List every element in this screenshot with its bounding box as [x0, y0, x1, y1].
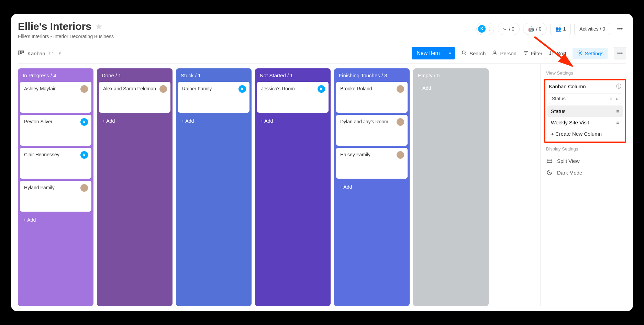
- avatar[interactable]: [397, 85, 404, 93]
- avatar[interactable]: K: [318, 85, 325, 93]
- card-title: Rainer Family: [182, 86, 245, 91]
- avatar[interactable]: [159, 85, 167, 93]
- user-badge: K: [478, 25, 486, 33]
- column-header: Stuck / 1: [177, 70, 250, 82]
- kanban-card[interactable]: Clair HennesseyK: [20, 148, 91, 179]
- search-icon: [461, 50, 467, 57]
- kanban-column: Stuck / 1Rainer FamilyK+ Add: [176, 68, 252, 306]
- option-weekly-site-visit[interactable]: Weekly Site Visit ≡: [547, 117, 623, 128]
- new-item-button[interactable]: New Item ▼: [412, 47, 455, 59]
- filter-button[interactable]: Filter: [523, 50, 542, 57]
- kanban-column-section: Kanban Column ⓘ Status × ▲ Status ≡ Week…: [544, 79, 626, 143]
- card-title: Ashley Mayfair: [24, 86, 87, 91]
- kanban-card[interactable]: Peyton SilverK: [20, 115, 91, 146]
- chevron-up-icon[interactable]: ▲: [615, 97, 618, 100]
- search-button[interactable]: Search: [461, 50, 486, 57]
- avatar[interactable]: [397, 151, 404, 159]
- counter-1: / 0: [509, 26, 514, 32]
- kanban-card[interactable]: Brooke Roland: [336, 82, 408, 113]
- share-icon: ⇪: [488, 26, 492, 32]
- svg-line-4: [465, 54, 466, 55]
- members-button[interactable]: 👥 1: [550, 23, 571, 35]
- kanban-column-label: Kanban Column: [549, 83, 586, 89]
- kanban-card[interactable]: Halsey Family: [336, 148, 408, 179]
- kanban-card[interactable]: Alex and Sarah Feldman: [99, 82, 170, 113]
- members-icon: 👥: [555, 26, 561, 32]
- dark-mode-toggle[interactable]: Dark Mode: [544, 167, 626, 178]
- user-avatar-pill[interactable]: K ⇪: [476, 23, 494, 35]
- settings-label: Settings: [585, 51, 603, 56]
- svg-rect-1: [21, 51, 22, 54]
- dots-icon: •••: [617, 26, 623, 32]
- drag-icon: ≡: [616, 120, 619, 125]
- counter-pill-2[interactable]: 🤖 / 0: [523, 23, 547, 35]
- members-count: 1: [563, 26, 566, 32]
- search-label: Search: [469, 51, 486, 56]
- kanban-card[interactable]: Jessica's RoomK: [257, 82, 329, 113]
- close-icon[interactable]: ×: [610, 96, 612, 101]
- create-new-column[interactable]: + Create New Column: [547, 128, 623, 139]
- add-card-button[interactable]: + Add: [256, 115, 329, 127]
- view-tab-kanban[interactable]: Kanban / 1 ▼: [18, 50, 62, 57]
- avatar[interactable]: [397, 118, 404, 126]
- add-card-button[interactable]: + Add: [177, 115, 250, 127]
- avatar[interactable]: K: [80, 151, 88, 159]
- settings-button[interactable]: Settings: [573, 48, 608, 59]
- dark-mode-label: Dark Mode: [557, 170, 582, 176]
- avatar[interactable]: [80, 184, 88, 192]
- kanban-column: Done / 1Alex and Sarah Feldman+ Add: [97, 68, 173, 306]
- gear-icon: [577, 50, 583, 57]
- card-title: Brooke Roland: [340, 86, 403, 91]
- activities-label: Activities / 0: [579, 26, 605, 32]
- dots-icon: •••: [617, 50, 623, 56]
- info-icon[interactable]: ⓘ: [616, 83, 621, 90]
- person-button[interactable]: Person: [492, 50, 517, 57]
- new-item-label: New Item: [412, 50, 445, 56]
- option-status[interactable]: Status ≡: [547, 105, 623, 117]
- option-label: Weekly Site Visit: [551, 120, 589, 125]
- chevron-down-icon: ▼: [58, 51, 62, 55]
- kanban-column-select[interactable]: Status × ▲: [549, 93, 621, 104]
- avatar[interactable]: [80, 85, 88, 93]
- kanban-card[interactable]: Hyland Family: [20, 181, 91, 212]
- header-more-button[interactable]: •••: [614, 23, 626, 35]
- person-icon: [492, 50, 498, 57]
- column-header: Not Started / 1: [256, 70, 329, 82]
- card-title: Dylan and Jay's Room: [340, 119, 403, 124]
- kanban-column: Not Started / 1Jessica's RoomK+ Add: [255, 68, 331, 306]
- card-title: Clair Hennessey: [24, 152, 87, 157]
- filter-label: Filter: [531, 51, 542, 56]
- display-settings-heading: Display Settings: [546, 146, 626, 152]
- avatar[interactable]: K: [238, 85, 246, 93]
- split-view-icon: [546, 158, 553, 164]
- kanban-column: Empty / 0+ Add: [413, 68, 489, 306]
- toolbar-more-button[interactable]: •••: [614, 47, 626, 59]
- split-view-toggle[interactable]: Split View: [544, 155, 626, 167]
- kanban-card[interactable]: Rainer FamilyK: [178, 82, 249, 113]
- activities-button[interactable]: Activities / 0: [574, 23, 610, 35]
- card-title: Jessica's Room: [261, 86, 324, 91]
- split-view-label: Split View: [557, 158, 580, 164]
- kanban-column-value: Status: [552, 96, 566, 101]
- add-card-button[interactable]: + Add: [98, 115, 171, 127]
- card-title: Hyland Family: [24, 185, 87, 190]
- add-card-button[interactable]: + Add: [19, 214, 92, 226]
- sort-button[interactable]: Sort: [548, 50, 566, 57]
- avatar[interactable]: K: [80, 118, 88, 126]
- star-icon[interactable]: ★: [95, 21, 103, 32]
- counter-2: / 0: [536, 26, 542, 32]
- kanban-card[interactable]: Dylan and Jay's Room: [336, 115, 408, 146]
- svg-rect-2: [22, 51, 24, 53]
- drag-icon: ≡: [616, 108, 619, 114]
- counter-pill-1[interactable]: ⤿ / 0: [498, 23, 520, 35]
- new-item-dropdown[interactable]: ▼: [445, 47, 455, 59]
- option-label: Status: [551, 108, 566, 114]
- page-title: Ellie's Interiors: [18, 21, 91, 32]
- add-card-button[interactable]: + Add: [414, 82, 487, 94]
- column-header: In Progress / 4: [19, 70, 92, 82]
- column-header: Empty / 0: [414, 70, 487, 82]
- column-header: Finishing Touches / 3: [335, 70, 408, 82]
- filter-icon: [523, 50, 529, 57]
- kanban-card[interactable]: Ashley Mayfair: [20, 82, 91, 113]
- add-card-button[interactable]: + Add: [335, 181, 408, 193]
